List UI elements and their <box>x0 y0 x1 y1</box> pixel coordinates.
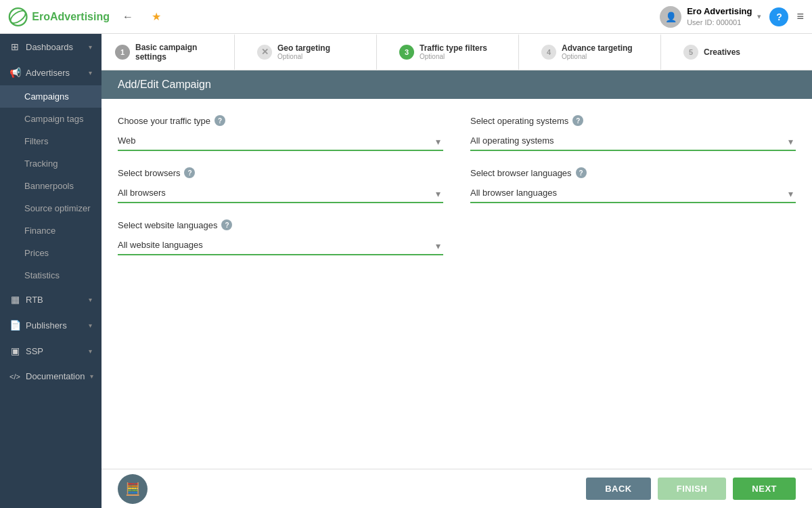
back-button[interactable]: BACK <box>586 478 651 500</box>
step-bar: 1 Basic campaign settings ✕ Geo targetin… <box>102 34 812 70</box>
page-title: Add/Edit Campaign <box>118 79 211 90</box>
user-info[interactable]: 👤 Ero Advertising User ID: 000001 ▾ <box>660 6 761 28</box>
step-1-info: Basic campaign settings <box>135 43 230 62</box>
main-layout: ⊞ Dashboards ▾ 📢 Advertisers ▾ Campaigns… <box>0 34 812 508</box>
step-1: 1 Basic campaign settings <box>102 34 244 70</box>
os-help-icon[interactable]: ? <box>572 115 583 126</box>
next-button[interactable]: NexT <box>733 478 796 500</box>
browser-languages-select[interactable]: All browser languages <box>470 184 796 203</box>
sidebar: ⊞ Dashboards ▾ 📢 Advertisers ▾ Campaigns… <box>0 34 102 508</box>
chevron-down-icon-ssp: ▾ <box>89 347 92 355</box>
step-5: 5 Creatives <box>670 34 812 70</box>
topbar-right: 👤 Ero Advertising User ID: 000001 ▾ ? ≡ <box>660 6 804 28</box>
chevron-down-icon-pub: ▾ <box>89 322 92 329</box>
sidebar-item-statistics[interactable]: Statistics <box>0 264 102 287</box>
step-5-info: Creatives <box>704 47 740 57</box>
step-4: 4 Advance targeting Optional <box>528 34 670 70</box>
sidebar-label-publishers: Publishers <box>26 320 67 331</box>
logo-text: EroAdvertising <box>32 11 110 23</box>
browsers-group: Select browsers ? All browsers <box>118 167 443 203</box>
browser-languages-group: Select browser languages ? All browser l… <box>470 167 796 203</box>
step-3-info: Traffic type filters Optional <box>420 43 487 60</box>
step-2: ✕ Geo targeting Optional <box>244 34 386 70</box>
form-row-2: Select browsers ? All browsers Select br… <box>118 167 796 203</box>
step-2-info: Geo targeting Optional <box>277 43 330 60</box>
step-2-num: ✕ <box>257 45 272 60</box>
website-languages-select[interactable]: All website languages <box>118 236 443 255</box>
browsers-label: Select browsers ? <box>118 167 443 178</box>
os-select-wrapper: All operating systems <box>470 131 796 151</box>
sidebar-item-documentation[interactable]: </> Documentation ▾ <box>0 364 102 389</box>
step-4-num: 4 <box>541 45 556 60</box>
browser-languages-select-wrapper: All browser languages <box>470 184 796 203</box>
browsers-select[interactable]: All browsers <box>118 184 443 203</box>
website-languages-help-icon[interactable]: ? <box>221 219 232 230</box>
menu-icon-btn[interactable]: ≡ <box>796 9 804 24</box>
traffic-type-select-wrapper: Web Mobile Tablet <box>118 131 443 151</box>
traffic-type-help-icon[interactable]: ? <box>215 115 225 126</box>
sidebar-label-campaign-tags: Campaign tags <box>24 114 83 124</box>
browsers-help-icon[interactable]: ? <box>184 167 195 178</box>
sidebar-item-ssp[interactable]: ▣ SSP ▾ <box>0 338 102 364</box>
back-icon-btn[interactable]: ← <box>116 5 139 28</box>
sidebar-item-filters[interactable]: Filters <box>0 130 102 152</box>
step-1-name: Basic campaign settings <box>135 43 230 62</box>
help-button[interactable]: ? <box>769 7 788 26</box>
step-4-name: Advance targeting <box>562 43 633 53</box>
form-row-1: Choose your traffic type ? Web Mobile Ta… <box>118 115 796 151</box>
step-1-num: 1 <box>115 45 130 60</box>
sidebar-item-bannerpools[interactable]: Bannerpools <box>0 175 102 197</box>
website-languages-select-wrapper: All website languages <box>118 236 443 255</box>
step-4-info: Advance targeting Optional <box>562 43 633 60</box>
topbar-icons: ← ★ <box>116 5 653 28</box>
topbar: EroAdvertising ← ★ 👤 Ero Advertising Use… <box>0 0 812 34</box>
form-row-3: Select website languages ? All website l… <box>118 219 796 255</box>
sidebar-label-rtb: RTB <box>26 295 43 305</box>
browser-languages-help-icon[interactable]: ? <box>576 167 587 178</box>
ssp-icon: ▣ <box>9 345 20 356</box>
sidebar-item-rtb[interactable]: ▦ RTB ▾ <box>0 287 102 312</box>
form-area: Choose your traffic type ? Web Mobile Ta… <box>102 99 812 469</box>
step-3-name: Traffic type filters <box>420 43 487 53</box>
os-select[interactable]: All operating systems <box>470 131 796 151</box>
user-chevron-icon: ▾ <box>757 12 761 21</box>
step-2-name: Geo targeting <box>277 43 330 53</box>
logo: EroAdvertising <box>8 6 110 28</box>
step-5-name: Creatives <box>704 47 740 57</box>
content-area: 1 Basic campaign settings ✕ Geo targetin… <box>102 34 812 508</box>
calculator-button[interactable]: 🧮 <box>118 474 148 504</box>
dashboards-icon: ⊞ <box>9 41 20 52</box>
sidebar-item-publishers[interactable]: 📄 Publishers ▾ <box>0 312 102 338</box>
sidebar-item-campaigns[interactable]: Campaigns <box>0 85 102 108</box>
step-3-num: 3 <box>399 45 414 60</box>
sidebar-label-advertisers: Advertisers <box>26 68 70 78</box>
sidebar-item-dashboards[interactable]: ⊞ Dashboards ▾ <box>0 34 102 60</box>
finish-button: FINISH <box>658 478 727 500</box>
advertisers-icon: 📢 <box>9 67 20 78</box>
step-3-sub: Optional <box>420 53 487 60</box>
sidebar-item-tracking[interactable]: Tracking <box>0 152 102 175</box>
sidebar-item-campaign-tags[interactable]: Campaign tags <box>0 108 102 130</box>
avatar: 👤 <box>660 6 681 28</box>
chevron-down-icon-rtb: ▾ <box>89 296 92 303</box>
traffic-type-select[interactable]: Web Mobile Tablet <box>118 131 443 151</box>
documentation-icon: </> <box>9 373 20 381</box>
sidebar-item-prices[interactable]: Prices <box>0 242 102 264</box>
sidebar-item-source-optimizer[interactable]: Source optimizer <box>0 197 102 219</box>
empty-group <box>470 219 796 255</box>
rtb-icon: ▦ <box>9 294 20 305</box>
page-header: Add/Edit Campaign <box>102 70 812 99</box>
traffic-type-label: Choose your traffic type ? <box>118 115 443 126</box>
user-name-block: Ero Advertising User ID: 000001 <box>687 6 752 27</box>
browser-languages-label: Select browser languages ? <box>470 167 796 178</box>
chevron-down-icon-adv: ▾ <box>89 69 92 77</box>
star-icon-btn[interactable]: ★ <box>145 5 168 28</box>
sidebar-item-advertisers[interactable]: 📢 Advertisers ▾ <box>0 60 102 85</box>
step-4-sub: Optional <box>562 53 633 60</box>
chevron-down-icon: ▾ <box>89 43 92 51</box>
sidebar-label-finance: Finance <box>24 226 55 236</box>
os-label: Select operating systems ? <box>470 115 796 126</box>
sidebar-label-filters: Filters <box>24 136 48 146</box>
sidebar-item-finance[interactable]: Finance <box>0 219 102 242</box>
sidebar-label-prices: Prices <box>24 248 49 258</box>
